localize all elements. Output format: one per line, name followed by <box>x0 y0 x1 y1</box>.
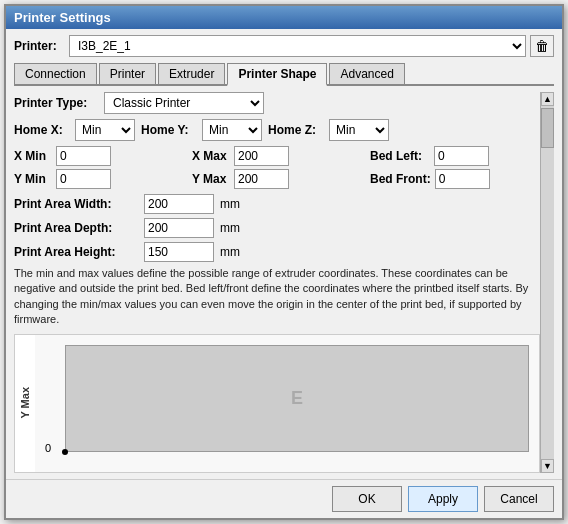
home-z-label: Home Z: <box>268 123 323 137</box>
tab-extruder[interactable]: Extruder <box>158 63 225 84</box>
xmin-input[interactable] <box>56 146 111 166</box>
bedfront-label: Bed Front: <box>370 172 431 186</box>
home-y-label: Home Y: <box>141 123 196 137</box>
printer-type-label: Printer Type: <box>14 96 104 110</box>
printer-row: Printer: I3B_2E_1 🗑 <box>14 35 554 57</box>
area-width-unit: mm <box>220 197 240 211</box>
scroll-up-button[interactable]: ▲ <box>541 92 554 106</box>
tab-connection[interactable]: Connection <box>14 63 97 84</box>
ymax-input[interactable] <box>234 169 289 189</box>
xmax-input[interactable] <box>234 146 289 166</box>
area-width-label: Print Area Width: <box>14 197 144 211</box>
home-y-select[interactable]: Min <box>202 119 262 141</box>
apply-button[interactable]: Apply <box>408 486 478 512</box>
ymax-label: Y Max <box>192 172 230 186</box>
home-x-label: Home X: <box>14 123 69 137</box>
xmax-item: X Max <box>192 146 362 166</box>
tab-content: Printer Type: Classic Printer Home X: Mi… <box>14 92 554 473</box>
cancel-button[interactable]: Cancel <box>484 486 554 512</box>
dialog-footer: OK Apply Cancel <box>6 479 562 518</box>
bed-label: E <box>291 388 303 409</box>
dialog-content: Printer: I3B_2E_1 🗑 Connection Printer E… <box>6 29 562 479</box>
print-area-depth-row: Print Area Depth: mm <box>14 218 540 238</box>
tab-bar: Connection Printer Extruder Printer Shap… <box>14 63 554 86</box>
area-height-input[interactable] <box>144 242 214 262</box>
printer-settings-dialog: Printer Settings Printer: I3B_2E_1 🗑 Con… <box>4 4 564 520</box>
printer-shape-panel: Printer Type: Classic Printer Home X: Mi… <box>14 92 540 473</box>
area-depth-input[interactable] <box>144 218 214 238</box>
home-group: Home X: Min Home Y: Min Home Z: Min <box>14 119 540 141</box>
print-area-width-row: Print Area Width: mm <box>14 194 540 214</box>
scroll-thumb[interactable] <box>541 108 554 148</box>
dialog-title: Printer Settings <box>14 10 111 25</box>
bedleft-label: Bed Left: <box>370 149 430 163</box>
printer-label: Printer: <box>14 39 69 53</box>
ok-button[interactable]: OK <box>332 486 402 512</box>
title-bar: Printer Settings <box>6 6 562 29</box>
xmin-item: X Min <box>14 146 184 166</box>
area-height-unit: mm <box>220 245 240 259</box>
scrollbar[interactable]: ▲ ▼ <box>540 92 554 473</box>
tab-printer[interactable]: Printer <box>99 63 156 84</box>
delete-printer-button[interactable]: 🗑 <box>530 35 554 57</box>
preview-inner: E 0 <box>35 335 539 472</box>
origin-label: 0 <box>45 442 51 454</box>
area-height-label: Print Area Height: <box>14 245 144 259</box>
print-area-height-row: Print Area Height: mm <box>14 242 540 262</box>
scroll-down-button[interactable]: ▼ <box>541 459 554 473</box>
area-width-input[interactable] <box>144 194 214 214</box>
y-axis-label: Y Max <box>15 383 35 423</box>
home-x-select[interactable]: Min <box>75 119 135 141</box>
printer-type-select[interactable]: Classic Printer <box>104 92 264 114</box>
tab-printer-shape[interactable]: Printer Shape <box>227 63 327 86</box>
preview-area: Y Max E 0 <box>14 334 540 473</box>
bedleft-item: Bed Left: <box>370 146 540 166</box>
area-depth-label: Print Area Depth: <box>14 221 144 235</box>
ymin-item: Y Min <box>14 169 184 189</box>
bedfront-input[interactable] <box>435 169 490 189</box>
description-text: The min and max values define the possib… <box>14 266 540 328</box>
xmin-label: X Min <box>14 149 52 163</box>
ymin-input[interactable] <box>56 169 111 189</box>
bedfront-item: Bed Front: <box>370 169 540 189</box>
coords-grid: X Min X Max Bed Left: Y Min <box>14 146 540 189</box>
printer-select[interactable]: I3B_2E_1 <box>69 35 526 57</box>
printer-type-row: Printer Type: Classic Printer <box>14 92 540 114</box>
home-z-select[interactable]: Min <box>329 119 389 141</box>
xmax-label: X Max <box>192 149 230 163</box>
origin-dot <box>62 449 68 455</box>
area-depth-unit: mm <box>220 221 240 235</box>
ymax-item: Y Max <box>192 169 362 189</box>
tab-advanced[interactable]: Advanced <box>329 63 404 84</box>
bed-rectangle: E <box>65 345 529 452</box>
ymin-label: Y Min <box>14 172 52 186</box>
bedleft-input[interactable] <box>434 146 489 166</box>
